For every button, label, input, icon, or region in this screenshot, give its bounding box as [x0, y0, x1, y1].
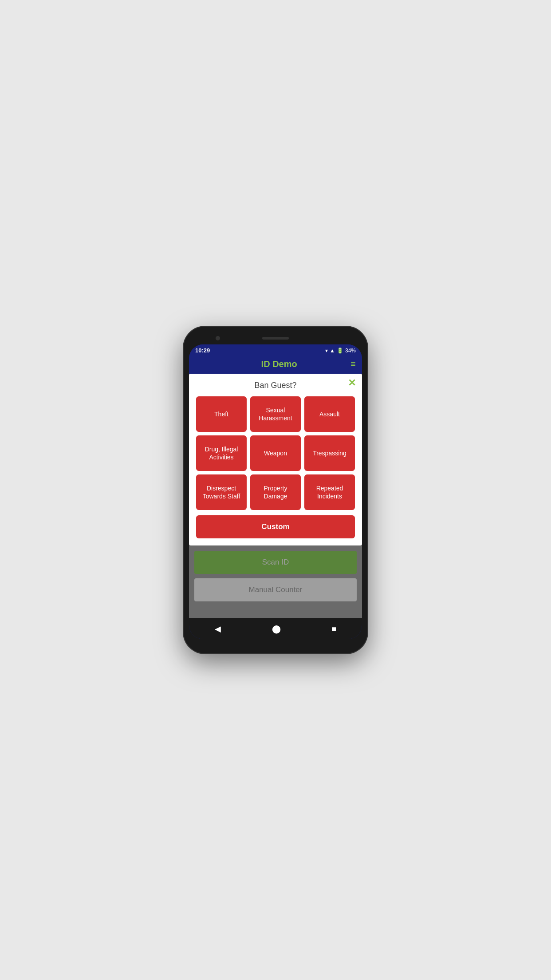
screen-content: ✕ Ban Guest? Theft Sexual Harassment Ass… [189, 374, 362, 618]
ban-assault-button[interactable]: Assault [304, 396, 355, 432]
status-icons: ▾ ▲ 🔋 34% [325, 348, 356, 354]
ban-trespassing-button[interactable]: Trespassing [304, 435, 355, 471]
custom-button[interactable]: Custom [196, 515, 355, 538]
speaker [262, 337, 289, 340]
ban-drug-illegal-button[interactable]: Drug, Illegal Activities [196, 435, 247, 471]
modal-title: Ban Guest? [196, 381, 355, 390]
ban-sexual-harassment-button[interactable]: Sexual Harassment [250, 396, 301, 432]
nav-bar: ◀ ⬤ ■ [189, 618, 362, 639]
signal-icon: ▲ [330, 348, 335, 354]
modal-overlay: ✕ Ban Guest? Theft Sexual Harassment Ass… [189, 374, 362, 545]
back-button[interactable]: ◀ [208, 622, 228, 636]
phone-device: 10:29 ▾ ▲ 🔋 34% ID Demo ≡ ✕ Ban Guest? T… [184, 327, 367, 653]
ban-reasons-grid: Theft Sexual Harassment Assault Drug, Il… [196, 396, 355, 510]
ban-repeated-incidents-button[interactable]: Repeated Incidents [304, 474, 355, 510]
close-button[interactable]: ✕ [348, 378, 356, 388]
ban-weapon-button[interactable]: Weapon [250, 435, 301, 471]
ban-property-damage-button[interactable]: Property Damage [250, 474, 301, 510]
status-time: 10:29 [195, 347, 210, 354]
phone-screen: 10:29 ▾ ▲ 🔋 34% ID Demo ≡ ✕ Ban Guest? T… [189, 344, 362, 639]
home-button[interactable]: ⬤ [265, 622, 288, 636]
app-title: ID Demo [208, 359, 350, 369]
recents-button[interactable]: ■ [325, 623, 344, 636]
ban-theft-button[interactable]: Theft [196, 396, 247, 432]
camera [216, 336, 220, 340]
battery-icon: 🔋 [337, 348, 343, 354]
wifi-icon: ▾ [325, 348, 328, 354]
background-area: Scan ID Manual Counter [189, 545, 362, 618]
scan-id-button[interactable]: Scan ID [194, 551, 357, 574]
phone-bottom [189, 639, 362, 648]
ban-disrespect-button[interactable]: Disrespect Towards Staff [196, 474, 247, 510]
hamburger-icon[interactable]: ≡ [350, 359, 356, 369]
manual-counter-button[interactable]: Manual Counter [194, 578, 357, 601]
app-header: ID Demo ≡ [189, 356, 362, 374]
status-bar: 10:29 ▾ ▲ 🔋 34% [189, 344, 362, 356]
battery-text: 34% [345, 348, 356, 354]
phone-top-bar [189, 332, 362, 344]
